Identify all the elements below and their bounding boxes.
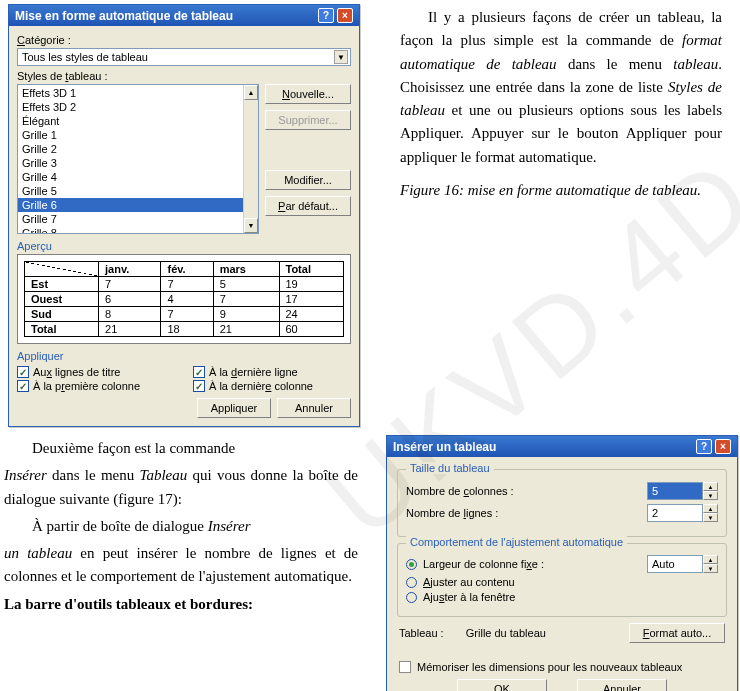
group-legend: Comportement de l'ajustement automatique [406, 536, 627, 548]
row-header: Sud [25, 307, 99, 322]
columns-label: Nombre de colonnes : [406, 485, 514, 497]
close-icon[interactable]: × [715, 439, 731, 454]
row-header: Est [25, 277, 99, 292]
list-item[interactable]: Grille 3 [18, 156, 258, 170]
body-text: À partir de boîte de dialogue Insérer [4, 515, 358, 538]
scrollbar[interactable]: ▲ ▼ [243, 85, 258, 233]
rows-spinner[interactable]: 2 ▲▼ [647, 504, 718, 522]
apply-group-label: Appliquer [17, 350, 351, 362]
close-icon[interactable]: × [337, 8, 353, 23]
remember-checkbox[interactable]: Mémoriser les dimensions pour les nouvea… [399, 661, 725, 673]
list-item[interactable]: Grille 2 [18, 142, 258, 156]
dialog-title: Mise en forme automatique de tableau [15, 9, 233, 23]
body-text: un tableau en peut insérer le nombre de … [4, 542, 358, 589]
col-header: janv. [99, 262, 161, 277]
dialog-titlebar[interactable]: Insérer un tableau ? × [387, 436, 737, 457]
check-last-row[interactable]: ✓À la dernière ligne [193, 366, 351, 378]
cancel-button[interactable]: Annuler [277, 398, 351, 418]
autoformat-button[interactable]: Format auto... [629, 623, 725, 643]
group-legend: Taille du tableau [406, 462, 494, 474]
styles-listbox[interactable]: Effets 3D 1 Effets 3D 2 Élégant Grille 1… [17, 84, 259, 234]
chevron-down-icon[interactable]: ▼ [334, 50, 348, 64]
spin-down-icon[interactable]: ▼ [703, 491, 718, 500]
radio-fixed-width[interactable]: Largeur de colonne fixe : Auto ▲▼ [406, 555, 718, 573]
cancel-button[interactable]: Annuler [577, 679, 667, 691]
help-icon[interactable]: ? [696, 439, 712, 454]
scroll-down-icon[interactable]: ▼ [244, 218, 258, 233]
body-text: Insérer dans le menu Tableau qui vous do… [4, 464, 358, 511]
columns-spinner[interactable]: 5 ▲▼ [647, 482, 718, 500]
rows-value[interactable]: 2 [647, 504, 703, 522]
spin-up-icon[interactable]: ▲ [703, 555, 718, 564]
list-item[interactable]: Effets 3D 1 [18, 86, 258, 100]
category-combo[interactable]: Tous les styles de tableau ▼ [17, 48, 351, 66]
fixed-width-value[interactable]: Auto [647, 555, 703, 573]
category-label: Catégorie : [17, 34, 351, 46]
dialog-title: Insérer un tableau [393, 440, 496, 454]
preview-label: Aperçu [17, 240, 351, 252]
body-text: Il y a plusieurs façons de créer un tabl… [400, 6, 722, 169]
list-item[interactable]: Effets 3D 2 [18, 100, 258, 114]
size-groupbox: Taille du tableau Nombre de colonnes : 5… [397, 469, 727, 537]
autoformat-dialog: Mise en forme automatique de tableau ? ×… [8, 4, 360, 427]
category-value: Tous les styles de tableau [22, 51, 148, 63]
columns-value[interactable]: 5 [647, 482, 703, 500]
fixed-width-spinner[interactable]: Auto ▲▼ [647, 555, 718, 573]
list-item[interactable]: Grille 8 [18, 226, 258, 234]
preview-area: janv. fév. mars Total Est77519 Ouest6471… [17, 254, 351, 344]
radio-fit-content[interactable]: Ajuster au contenu [406, 576, 718, 588]
scroll-up-icon[interactable]: ▲ [244, 85, 258, 100]
default-button[interactable]: Par défaut... [265, 196, 351, 216]
table-style-label: Tableau : [399, 627, 444, 639]
preview-table: janv. fév. mars Total Est77519 Ouest6471… [24, 261, 344, 337]
styles-label: Styles de tableau : [17, 70, 351, 82]
check-title-rows[interactable]: ✓Aux lignes de titre [17, 366, 175, 378]
row-header: Total [25, 322, 99, 337]
section-heading: La barre d'outils tableaux et bordures: [4, 593, 358, 616]
list-item[interactable]: Grille 1 [18, 128, 258, 142]
modify-button[interactable]: Modifier... [265, 170, 351, 190]
spin-down-icon[interactable]: ▼ [703, 564, 718, 573]
figure-16-caption: Figure 16: mise en forme automatique de … [400, 179, 722, 202]
col-header: fév. [161, 262, 213, 277]
body-text: Deuxième façon est la commande [4, 437, 358, 460]
insert-table-dialog: Insérer un tableau ? × Taille du tableau… [386, 435, 738, 691]
new-button[interactable]: Nouvelle... [265, 84, 351, 104]
help-icon[interactable]: ? [318, 8, 334, 23]
delete-button: Supprimer... [265, 110, 351, 130]
spin-down-icon[interactable]: ▼ [703, 513, 718, 522]
col-header: mars [213, 262, 279, 277]
table-style-value: Grille du tableau [466, 627, 546, 639]
rows-label: Nombre de lignes : [406, 507, 498, 519]
radio-fit-window[interactable]: Ajuster à la fenêtre [406, 591, 718, 603]
spin-up-icon[interactable]: ▲ [703, 482, 718, 491]
list-item[interactable]: Grille 5 [18, 184, 258, 198]
list-item[interactable]: Grille 4 [18, 170, 258, 184]
check-first-col[interactable]: ✓À la première colonne [17, 380, 175, 392]
list-item[interactable]: Grille 7 [18, 212, 258, 226]
corner-cell [25, 262, 99, 277]
col-header: Total [279, 262, 344, 277]
spin-up-icon[interactable]: ▲ [703, 504, 718, 513]
row-header: Ouest [25, 292, 99, 307]
check-last-col[interactable]: ✓À la dernière colonne [193, 380, 351, 392]
apply-button[interactable]: Appliquer [197, 398, 271, 418]
ok-button[interactable]: OK [457, 679, 547, 691]
list-item-selected[interactable]: Grille 6 [18, 198, 258, 212]
dialog-titlebar[interactable]: Mise en forme automatique de tableau ? × [9, 5, 359, 26]
autofit-groupbox: Comportement de l'ajustement automatique… [397, 543, 727, 617]
list-item[interactable]: Élégant [18, 114, 258, 128]
